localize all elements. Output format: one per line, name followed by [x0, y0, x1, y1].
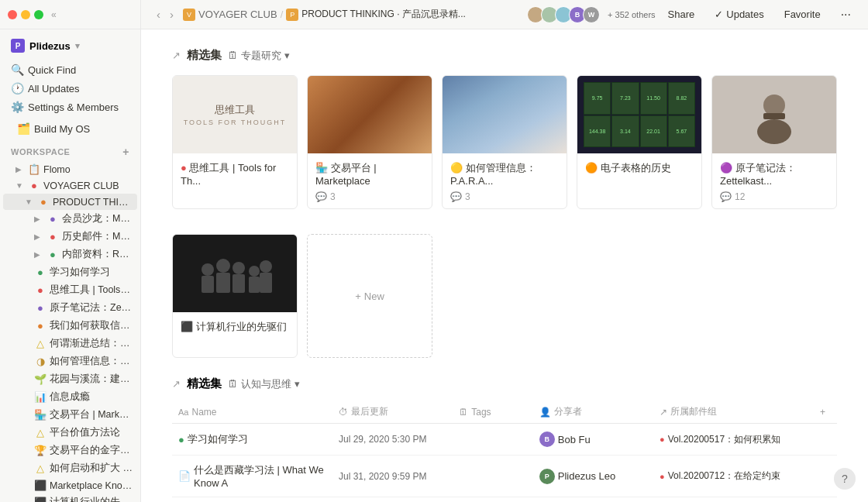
th-email-group-label: 所属邮件组: [670, 405, 717, 418]
read-icon: ●: [46, 249, 59, 260]
learn-row-label: 学习如何学习: [188, 432, 248, 446]
add-workspace-button[interactable]: +: [122, 146, 129, 158]
sidebar-item-build-my-os[interactable]: 🗂️ Build My OS: [5, 119, 136, 138]
platform-val-icon: △: [34, 427, 46, 438]
members-icon: ●: [46, 213, 59, 225]
product-thinking-chevron: ▼: [25, 198, 34, 206]
sidebar-item-all-updates[interactable]: 🕐 All Updates: [5, 79, 136, 98]
sidebar-item-pioneer[interactable]: ⬛ 计算机行业的先驱们: [3, 493, 137, 502]
th-sharer: 👤 分享者: [533, 405, 653, 418]
sidebar-item-platform-val[interactable]: △ 平台价值方法论: [3, 424, 137, 442]
section2-expand-icon[interactable]: ↗: [172, 378, 181, 390]
ss-cell-1: 9.75: [584, 82, 611, 115]
section1-expand-icon[interactable]: ↗: [172, 50, 181, 61]
th-add-col[interactable]: +: [814, 405, 837, 418]
back-button[interactable]: ‹: [153, 6, 164, 22]
breadcrumb-current: PRODUCT THINKING · 产品沉思录精...: [301, 8, 466, 21]
sidebar-item-how-get[interactable]: ● 我们如何获取信息...: [3, 317, 137, 335]
manage-info-label: 如何管理信息：P.A...: [50, 355, 133, 368]
card-marketplace[interactable]: 🏪 交易平台 | Marketplace 💬 3: [307, 75, 432, 209]
minimize-button[interactable]: [21, 10, 30, 19]
close-button[interactable]: [8, 10, 17, 19]
comment-count-zettel: 12: [735, 191, 745, 202]
collapse-sidebar-button[interactable]: «: [48, 8, 60, 22]
td-western-tibet-name: 📄 什么是西藏学习法 | What We Know A: [172, 460, 332, 492]
workspace-section-label: WORKSPACE +: [0, 139, 140, 160]
sidebar-item-quick-find[interactable]: 🔍 Quick Find: [5, 60, 136, 79]
section1-tag[interactable]: 🗓 专题研究 ▾: [228, 49, 290, 63]
card-manage-info-body: 🟡 如何管理信息：P.A.R.A... 💬 3: [443, 153, 567, 208]
workspace-name[interactable]: P Plidezus ▾: [6, 36, 84, 56]
workspace-label: Plidezus: [29, 40, 71, 52]
flomo-icon: 📋: [28, 163, 40, 175]
learn-label: 学习如何学习: [50, 266, 110, 279]
svg-rect-7: [216, 273, 230, 293]
card-spreadsheet[interactable]: 9.75 7.23 11.50 8.82 144.38 3.14 22.01 5…: [577, 75, 702, 209]
product-thinking-icon: P: [286, 9, 298, 21]
share-button[interactable]: Share: [660, 5, 703, 23]
comment-count-manage: 3: [465, 191, 470, 202]
new-card-button[interactable]: + New: [307, 234, 432, 358]
favorite-button[interactable]: Favorite: [777, 5, 828, 23]
td-learn-sharer: B Bob Fu: [533, 428, 653, 450]
gallery-grid-1: 思维工具 TOOLS FOR THOUGHT ● 思维工具 | Tools fo…: [172, 75, 837, 209]
sidebar-item-product-thinking[interactable]: ▼ ● PRODUCT THINKING...: [3, 194, 137, 210]
maximize-button[interactable]: [34, 10, 43, 19]
sidebar-item-info-habit[interactable]: 📊 信息成瘾: [3, 388, 137, 406]
forward-button[interactable]: ›: [167, 6, 177, 22]
card-zettelkasten[interactable]: 🟣 原子笔记法：Zettelkast... 💬 12: [711, 75, 837, 209]
pioneer-image-svg: [192, 239, 277, 308]
table-row-problem-solving[interactable]: 📄 如何解决问题 Jul 28, 2020 4:25 PM Light P Pl…: [172, 497, 837, 502]
traffic-lights: [8, 10, 43, 19]
section2-tag[interactable]: 🗓 认知与思维 ▾: [228, 377, 300, 391]
tools-sub: TOOLS FOR THOUGHT: [184, 119, 287, 126]
sidebar-item-members[interactable]: ▶ ● 会员沙龙：Members: [3, 210, 137, 228]
more-options-button[interactable]: ···: [833, 5, 859, 25]
table-section: Aa Name ⏱ 最后更新 🗓 Tags 👤: [172, 401, 837, 502]
header-actions: B W + 352 others Share ✓ Updates Favorit…: [530, 5, 859, 25]
add-column-icon[interactable]: +: [820, 407, 825, 418]
sidebar-item-garden[interactable]: 🌱 花园与溪流：建造...: [3, 370, 137, 388]
sidebar-item-voyager[interactable]: ▼ ● VOYAGER CLUB: [3, 177, 137, 194]
card-tools[interactable]: 思维工具 TOOLS FOR THOUGHT ● 思维工具 | Tools fo…: [172, 75, 298, 209]
learn-icon: ●: [34, 266, 46, 278]
new-card-label: New: [364, 291, 384, 302]
th-updated-label: 最后更新: [351, 405, 388, 418]
sidebar-item-mail-archive[interactable]: ▶ ● 历史邮件：Mail Archive: [3, 228, 137, 246]
build-os-icon: 🗂️: [17, 122, 29, 135]
marketplace-know-label: Marketplace Knowled...: [50, 480, 133, 491]
sidebar-item-marketplace[interactable]: 🏪 交易平台 | Marketp...: [3, 406, 137, 424]
table-row-western-tibet[interactable]: 📄 什么是西藏学习法 | What We Know A Jul 31, 2020…: [172, 456, 837, 497]
sidebar-item-flomo[interactable]: ▶ 📋 Flomo: [3, 161, 137, 177]
sidebar-item-learn[interactable]: ● 学习如何学习: [3, 263, 137, 281]
card-pioneer[interactable]: ⬛ 计算机行业的先驱们: [172, 234, 298, 358]
ss-cell-5: 144.38: [584, 115, 611, 148]
main-content: ↗ 精选集 🗓 专题研究 ▾ 思维工具 TOOLS FOR THOUGHT: [141, 29, 868, 502]
members-chevron: ▶: [34, 215, 43, 223]
card-manage-info-title: 🟡 如何管理信息：P.A.R.A...: [450, 161, 559, 187]
gear-icon: ⚙️: [11, 101, 23, 113]
help-button[interactable]: ?: [834, 468, 856, 490]
marketplace-know-icon: ⬛: [34, 480, 46, 491]
sidebar-item-manage-info[interactable]: ◑ 如何管理信息：P.A...: [3, 352, 137, 370]
table-row-learn[interactable]: ● 学习如何学习 Jul 29, 2020 5:30 PM B Bob Fu: [172, 424, 837, 456]
sidebar-item-gradual[interactable]: △ 何谓渐进总结：P...: [3, 335, 137, 352]
comment-count-marketplace: 3: [330, 191, 336, 202]
sidebar-item-gold-tower[interactable]: 🏆 交易平台的金字塔...: [3, 442, 137, 459]
card-spreadsheet-image: 9.75 7.23 11.50 8.82 144.38 3.14 22.01 5…: [577, 76, 701, 153]
updates-button[interactable]: ✓ Updates: [707, 5, 771, 23]
sidebar-item-marketplace-know[interactable]: ⬛ Marketplace Knowled...: [3, 477, 137, 493]
ss-cell-4: 8.82: [668, 82, 695, 115]
info-habit-icon: 📊: [34, 391, 46, 403]
card-pioneer-title: ⬛ 计算机行业的先驱们: [181, 320, 289, 334]
card-manage-info[interactable]: 🟡 如何管理信息：P.A.R.A... 💬 3: [442, 75, 567, 209]
sidebar-item-zettel[interactable]: ● 原子笔记法：Zettel...: [3, 299, 137, 317]
expand-label: 如何启动和扩大 Ma...: [50, 462, 133, 475]
sidebar-item-tools-fo[interactable]: ● 思维工具 | Tools fo...: [3, 281, 137, 299]
svg-rect-11: [249, 277, 260, 293]
sidebar-item-expand[interactable]: △ 如何启动和扩大 Ma...: [3, 459, 137, 477]
sidebar-item-settings[interactable]: ⚙️ Settings & Members: [5, 98, 136, 116]
sidebar-item-read-list[interactable]: ▶ ● 内部资料：Read List: [3, 246, 137, 263]
product-thinking-label: PRODUCT THINKING...: [53, 197, 133, 208]
section2-tag-label: 认知与思维: [241, 377, 291, 391]
